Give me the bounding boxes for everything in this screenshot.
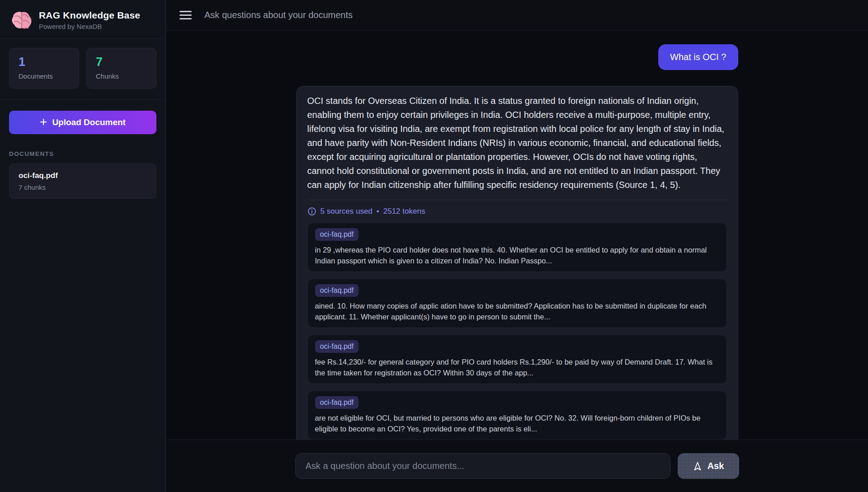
chunks-count-label: Chunks [96, 72, 147, 80]
topbar: Ask questions about your documents [166, 0, 868, 31]
chat-column: What is OCI ? OCI stands for Overseas Ci… [296, 31, 738, 440]
brain-logo-icon [11, 11, 33, 30]
documents-count-label: Documents [19, 72, 70, 80]
document-list-item[interactable]: oci-faq.pdf 7 chunks [9, 164, 156, 199]
stat-card-chunks: 7 Chunks [86, 48, 156, 89]
source-chunk-card[interactable]: oci-faq.pdf ained. 10. How many copies o… [307, 279, 727, 328]
composer-bar: Ask [166, 440, 868, 492]
answer-sources-divider [307, 200, 727, 200]
document-chunk-count: 7 chunks [19, 183, 147, 191]
source-excerpt: in 29 ,whereas the PIO card holder does … [315, 244, 719, 266]
source-file-badge: oci-faq.pdf [315, 396, 359, 409]
stats-row: 1 Documents 7 Chunks [0, 39, 165, 100]
menu-icon[interactable] [179, 9, 192, 21]
source-file-badge: oci-faq.pdf [315, 228, 359, 241]
ask-button[interactable]: Ask [678, 453, 739, 479]
document-name: oci-faq.pdf [19, 171, 147, 180]
composer-row: Ask [295, 453, 739, 479]
stat-card-documents: 1 Documents [9, 48, 79, 89]
assistant-answer-text: OCI stands for Overseas Citizen of India… [307, 94, 727, 192]
source-file-badge: oci-faq.pdf [315, 340, 359, 353]
source-chunk-card[interactable]: oci-faq.pdf fee Rs.14,230/- for general … [307, 335, 727, 384]
source-chunk-card[interactable]: oci-faq.pdf in 29 ,whereas the PIO card … [307, 223, 727, 272]
source-chunk-card[interactable]: oci-faq.pdf are not eligible for OCI, bu… [307, 391, 727, 440]
source-excerpt: fee Rs.14,230/- for general category and… [315, 356, 719, 378]
documents-section-heading: DOCUMENTS [9, 150, 156, 157]
topbar-title: Ask questions about your documents [204, 10, 353, 20]
upload-document-button[interactable]: + Upload Document [9, 111, 156, 134]
chat-scroll-area[interactable]: What is OCI ? OCI stands for Overseas Ci… [166, 31, 868, 440]
documents-count: 1 [19, 56, 70, 68]
app-root: RAG Knowledge Base Powered by NexaDB 1 D… [0, 0, 868, 492]
app-title: RAG Knowledge Base [39, 10, 140, 21]
meta-separator: • [377, 207, 379, 216]
ask-button-label: Ask [708, 461, 724, 471]
info-icon [307, 207, 316, 216]
question-input[interactable] [295, 453, 670, 479]
chunks-count: 7 [96, 56, 147, 68]
user-message-bubble: What is OCI ? [658, 44, 738, 70]
source-file-badge: oci-faq.pdf [315, 284, 359, 297]
source-excerpt: are not eligible for OCI, but married to… [315, 412, 719, 434]
source-excerpt: ained. 10. How many copies of applic ati… [315, 300, 719, 322]
sources-meta-row: 5 sources used • 2512 tokens [307, 207, 727, 216]
tokens-count: 2512 tokens [383, 207, 425, 216]
sidebar-title-group: RAG Knowledge Base Powered by NexaDB [39, 10, 140, 30]
upload-document-label: Upload Document [52, 117, 126, 127]
sidebar: RAG Knowledge Base Powered by NexaDB 1 D… [0, 0, 166, 492]
sidebar-header: RAG Knowledge Base Powered by NexaDB [0, 0, 165, 39]
main-area: Ask questions about your documents What … [166, 0, 868, 492]
app-subtitle: Powered by NexaDB [39, 23, 140, 30]
sources-used-count: 5 sources used [321, 207, 373, 216]
send-icon [693, 461, 703, 471]
user-message-row: What is OCI ? [296, 44, 738, 70]
assistant-message-card: OCI stands for Overseas Citizen of India… [296, 86, 738, 440]
